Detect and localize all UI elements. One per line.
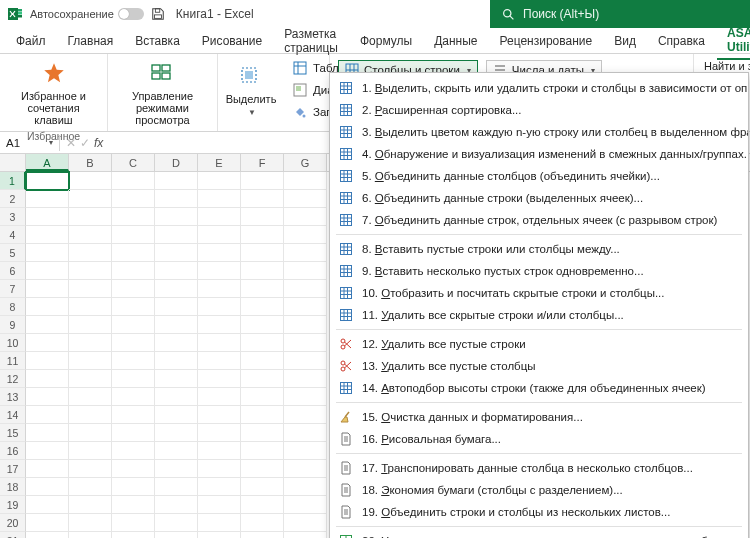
cell[interactable]	[26, 478, 69, 496]
cell[interactable]	[112, 208, 155, 226]
cell[interactable]	[69, 496, 112, 514]
menu-item-5[interactable]: 5. Объединить данные столбцов (объединит…	[330, 165, 748, 187]
cell[interactable]	[241, 280, 284, 298]
cell[interactable]	[198, 226, 241, 244]
select-all-corner[interactable]	[0, 154, 26, 171]
row-header[interactable]: 17	[0, 460, 26, 478]
cancel-icon[interactable]: ✕	[66, 136, 76, 150]
cell[interactable]	[155, 406, 198, 424]
menu-item-9[interactable]: 9. Вставить несколько пустых строк однов…	[330, 260, 748, 282]
cell[interactable]	[284, 172, 327, 190]
cell[interactable]	[155, 496, 198, 514]
cell[interactable]	[112, 190, 155, 208]
menu-item-8[interactable]: 8. Вставить пустые строки или столбцы ме…	[330, 238, 748, 260]
cell[interactable]	[284, 352, 327, 370]
cell[interactable]	[26, 298, 69, 316]
row-header[interactable]: 18	[0, 478, 26, 496]
row-header[interactable]: 2	[0, 190, 26, 208]
menu-item-2[interactable]: 2. Расширенная сортировка...	[330, 99, 748, 121]
cell[interactable]	[284, 316, 327, 334]
cell[interactable]	[112, 280, 155, 298]
cell[interactable]	[198, 388, 241, 406]
menu-item-11[interactable]: 11. Удалить все скрытые строки и/или сто…	[330, 304, 748, 326]
row-header[interactable]: 15	[0, 424, 26, 442]
menu-item-17[interactable]: 17. Транспонировать данные столбца в нес…	[330, 457, 748, 479]
menu-item-6[interactable]: 6. Объединить данные строки (выделенных …	[330, 187, 748, 209]
cell[interactable]	[155, 280, 198, 298]
cell[interactable]	[284, 334, 327, 352]
menu-item-15[interactable]: 15. Очистка данных и форматирования...	[330, 406, 748, 428]
cell[interactable]	[26, 442, 69, 460]
cell[interactable]	[198, 442, 241, 460]
cell[interactable]	[155, 352, 198, 370]
cell[interactable]	[69, 280, 112, 298]
cell[interactable]	[155, 532, 198, 538]
cell[interactable]	[155, 226, 198, 244]
fx-icon[interactable]: fx	[94, 136, 103, 150]
column-header[interactable]: C	[112, 154, 155, 171]
cell[interactable]	[26, 244, 69, 262]
cell[interactable]	[241, 244, 284, 262]
cell[interactable]	[198, 532, 241, 538]
cell[interactable]	[112, 460, 155, 478]
menu-item-7[interactable]: 7. Объединить данные строк, отдельных яч…	[330, 209, 748, 231]
cell[interactable]	[155, 190, 198, 208]
cell[interactable]	[198, 244, 241, 262]
cell[interactable]	[284, 298, 327, 316]
cell[interactable]	[69, 208, 112, 226]
cell[interactable]	[26, 424, 69, 442]
column-header[interactable]: E	[198, 154, 241, 171]
cell[interactable]	[198, 334, 241, 352]
cell[interactable]	[284, 442, 327, 460]
menu-item-4[interactable]: 4. Обнаружение и визуализация изменений …	[330, 143, 748, 165]
cell[interactable]	[284, 424, 327, 442]
cell[interactable]	[112, 334, 155, 352]
cell[interactable]	[112, 226, 155, 244]
cell[interactable]	[69, 514, 112, 532]
cell[interactable]	[284, 460, 327, 478]
row-header[interactable]: 12	[0, 370, 26, 388]
cell[interactable]	[284, 532, 327, 538]
cell[interactable]	[26, 406, 69, 424]
tab-формулы[interactable]: Формулы	[350, 30, 422, 52]
cell[interactable]	[155, 262, 198, 280]
tab-вставка[interactable]: Вставка	[125, 30, 190, 52]
row-header[interactable]: 3	[0, 208, 26, 226]
cell[interactable]	[284, 190, 327, 208]
search-box[interactable]: Поиск (Alt+Ы)	[490, 0, 750, 28]
cell[interactable]	[284, 280, 327, 298]
row-header[interactable]: 14	[0, 406, 26, 424]
row-header[interactable]: 9	[0, 316, 26, 334]
cell[interactable]	[155, 442, 198, 460]
cell[interactable]	[69, 226, 112, 244]
autosave-toggle[interactable]: Автосохранение	[30, 8, 144, 20]
row-header[interactable]: 8	[0, 298, 26, 316]
cell[interactable]	[284, 478, 327, 496]
cell[interactable]	[284, 388, 327, 406]
cell[interactable]	[241, 352, 284, 370]
menu-item-20[interactable]: 20. Удалить неиспользуемые пустые конечн…	[330, 530, 748, 538]
cell[interactable]	[69, 316, 112, 334]
accept-icon[interactable]: ✓	[80, 136, 90, 150]
cell[interactable]	[155, 424, 198, 442]
cell[interactable]	[198, 370, 241, 388]
cell[interactable]	[155, 316, 198, 334]
row-header[interactable]: 13	[0, 388, 26, 406]
column-header[interactable]: D	[155, 154, 198, 171]
cell[interactable]	[112, 172, 155, 190]
row-header[interactable]: 4	[0, 226, 26, 244]
cell[interactable]	[241, 478, 284, 496]
tab-справка[interactable]: Справка	[648, 30, 715, 52]
cell[interactable]	[241, 460, 284, 478]
row-header[interactable]: 7	[0, 280, 26, 298]
cell[interactable]	[155, 388, 198, 406]
cell[interactable]	[112, 514, 155, 532]
cell[interactable]	[69, 478, 112, 496]
row-header[interactable]: 19	[0, 496, 26, 514]
menu-item-10[interactable]: 10. Отобразить и посчитать скрытые строк…	[330, 282, 748, 304]
menu-item-16[interactable]: 16. Рисовальная бумага...	[330, 428, 748, 450]
cell[interactable]	[26, 460, 69, 478]
row-header[interactable]: 21	[0, 532, 26, 538]
cell[interactable]	[198, 496, 241, 514]
row-header[interactable]: 16	[0, 442, 26, 460]
